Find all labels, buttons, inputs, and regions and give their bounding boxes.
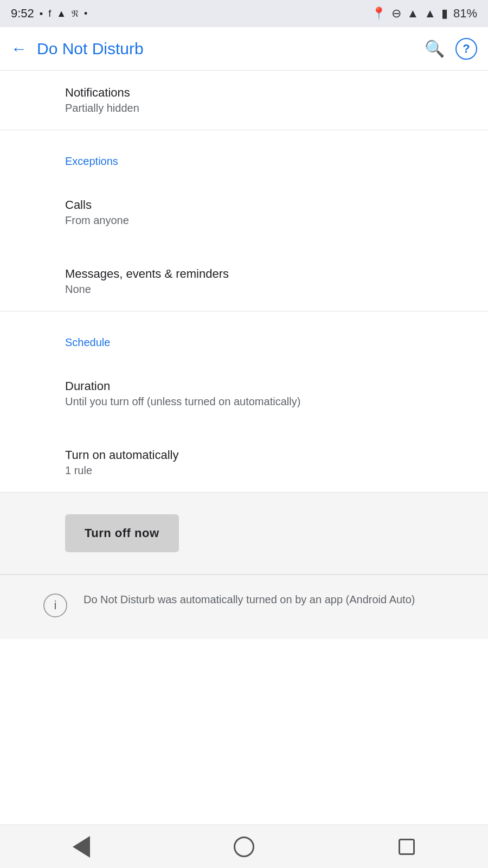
app-bar: ← Do Not Disturb 🔍 ? <box>0 27 488 71</box>
nav-back-button[interactable] <box>68 833 95 860</box>
spacer-1 <box>0 130 488 140</box>
turn-on-auto-title: Turn on automatically <box>65 448 423 462</box>
schedule-section-header: Schedule <box>0 321 488 354</box>
battery-percent: 81% <box>453 7 477 21</box>
calls-item[interactable]: Calls From anyone <box>0 183 488 242</box>
status-bar: 9:52 ▪ f ▲ 𝔑 • 📍 ⊖ ▲ ▲ ▮ 81% <box>0 0 488 27</box>
schedule-label: Schedule <box>65 336 110 348</box>
info-message: Do Not Disturb was automatically turned … <box>84 591 415 608</box>
exceptions-section-header: Exceptions <box>0 140 488 173</box>
location-icon: 📍 <box>371 7 386 21</box>
duration-title: Duration <box>65 379 423 393</box>
turn-off-now-button[interactable]: Turn off now <box>65 514 179 552</box>
turn-on-automatically-item[interactable]: Turn on automatically 1 rule <box>0 433 488 492</box>
spacer-4 <box>0 311 488 321</box>
help-button[interactable]: ? <box>455 38 477 60</box>
status-time: 9:52 <box>11 7 34 21</box>
nav-recent-icon <box>399 839 415 855</box>
turn-off-now-section: Turn off now <box>0 493 488 574</box>
page-title: Do Not Disturb <box>37 40 425 58</box>
calls-title: Calls <box>65 198 423 212</box>
messages-item[interactable]: Messages, events & reminders None <box>0 252 488 311</box>
duration-subtitle: Until you turn off (unless turned on aut… <box>65 395 423 408</box>
nav-back-icon <box>73 836 90 858</box>
spacer-6 <box>0 423 488 433</box>
turn-on-auto-subtitle: 1 rule <box>65 464 423 477</box>
info-icon: i <box>43 593 67 617</box>
help-icon: ? <box>463 42 470 56</box>
spacer-3 <box>0 242 488 252</box>
signal-icon: ▲ <box>424 7 436 21</box>
status-right-icons: 📍 ⊖ ▲ ▲ ▮ 81% <box>371 7 477 21</box>
maps-icon: ▲ <box>56 8 66 20</box>
notifications-title: Notifications <box>65 86 423 100</box>
nav-home-button[interactable] <box>230 833 258 860</box>
battery-icon: ▮ <box>441 7 448 21</box>
info-section: i Do Not Disturb was automatically turne… <box>0 575 488 639</box>
nav-recent-button[interactable] <box>393 833 420 860</box>
spacer-5 <box>0 354 488 364</box>
back-button[interactable]: ← <box>11 41 27 57</box>
notifications-subtitle: Partially hidden <box>65 102 423 114</box>
content-area: Notifications Partially hidden Exception… <box>0 71 488 825</box>
spacer-2 <box>0 173 488 183</box>
nav-home-icon <box>234 837 254 857</box>
wifi-icon: ▲ <box>407 7 419 21</box>
exceptions-label: Exceptions <box>65 155 118 167</box>
notification-icon: ▪ <box>40 8 43 20</box>
info-icon-label: i <box>54 598 57 612</box>
messages-subtitle: None <box>65 283 423 296</box>
notifications-item[interactable]: Notifications Partially hidden <box>0 71 488 130</box>
dnd-icon: ⊖ <box>391 7 401 21</box>
nytimes-icon: 𝔑 <box>72 8 79 20</box>
messages-title: Messages, events & reminders <box>65 267 423 281</box>
calls-subtitle: From anyone <box>65 214 423 227</box>
app-bar-actions: 🔍 ? <box>425 38 477 60</box>
duration-item[interactable]: Duration Until you turn off (unless turn… <box>0 364 488 423</box>
facebook-icon: f <box>48 8 51 20</box>
search-button[interactable]: 🔍 <box>425 39 445 58</box>
dot-icon: • <box>84 8 87 20</box>
bottom-nav <box>0 825 488 868</box>
